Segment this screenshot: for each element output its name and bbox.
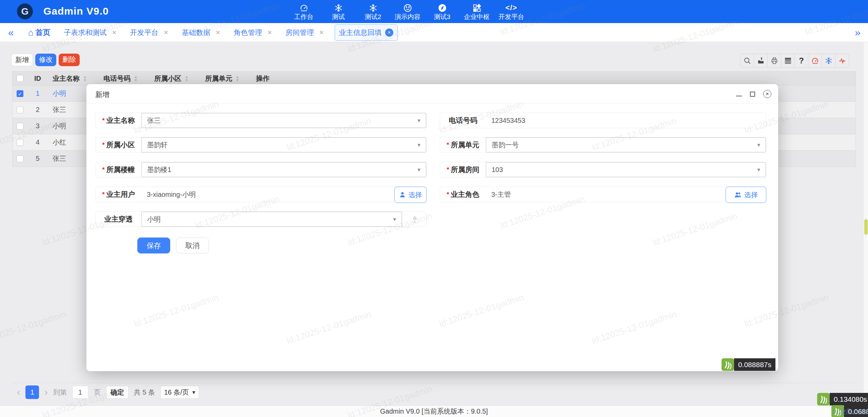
row-checkbox[interactable] (17, 139, 23, 146)
owner-role-input[interactable]: 3-主管 (486, 187, 766, 202)
choose-label: 选择 (744, 190, 758, 200)
tab-room-mgmt[interactable]: 房间管理 (285, 28, 324, 37)
col-header-action: 操作 (251, 74, 292, 83)
row-checkbox[interactable] (17, 90, 23, 97)
goto-confirm-button[interactable]: 确定 (106, 386, 129, 399)
cancel-button[interactable]: 取消 (176, 238, 209, 253)
snowflake-blue-icon[interactable] (822, 54, 835, 68)
page-size-select[interactable]: 16 条/页 ▾ (160, 386, 199, 399)
vertical-scrollbar[interactable] (863, 42, 868, 417)
col-header-community[interactable]: 所属小区 (150, 74, 200, 83)
nav-item-test2[interactable]: 测试2 (356, 0, 390, 23)
nav-label: 工作台 (287, 13, 321, 21)
help-icon[interactable]: ? (794, 54, 808, 68)
room-select[interactable]: 103▾ (486, 162, 766, 177)
input-value: 3-xiaoming-小明 (147, 190, 421, 199)
tab-role-mgmt[interactable]: 角色管理 (234, 28, 272, 37)
col-header-unit[interactable]: 所属单元 (200, 74, 251, 83)
field-label: 所属房间 (451, 165, 479, 174)
required-mark: * (447, 191, 449, 198)
nav-item-test3[interactable]: 测试3 (425, 0, 459, 23)
smiley-icon (390, 2, 425, 13)
print-icon[interactable] (767, 54, 781, 68)
grid-icon (459, 2, 494, 13)
sort-icon[interactable] (236, 75, 239, 82)
sort-icon[interactable] (134, 75, 138, 82)
owner-pierce-select[interactable]: 小明▾ (141, 212, 402, 227)
delete-button[interactable]: 删除 (59, 54, 80, 66)
app-logo[interactable]: G (17, 3, 33, 19)
footer: Gadmin V9.0 [当前系统版本：9.0.5] (0, 405, 868, 417)
select-value: 墨韵一号 (492, 140, 757, 150)
sort-icon[interactable] (185, 75, 189, 82)
tab-close-icon[interactable] (216, 28, 220, 37)
current-page-button[interactable]: 1 (25, 385, 39, 399)
prev-page-icon[interactable] (17, 387, 20, 397)
add-button[interactable]: 新增 (11, 54, 33, 66)
maximize-icon[interactable] (750, 92, 755, 97)
community-select[interactable]: 墨韵轩▾ (141, 137, 426, 152)
scrollbar-thumb[interactable] (864, 219, 868, 235)
owner-user-input[interactable]: 3-xiaoming-小明 (141, 187, 426, 202)
nav-item-demo[interactable]: 演示内容 (390, 0, 425, 23)
tab-dev-platform[interactable]: 开发平台 (130, 28, 168, 37)
top-nav: 工作台 测试 测试2 (287, 0, 529, 23)
select-all-checkbox[interactable] (17, 75, 23, 82)
tab-subtable-sum-test[interactable]: 子表求和测试 (64, 28, 116, 37)
tab-close-icon[interactable] (164, 28, 168, 37)
tab-home[interactable]: ⌂ 首页 (28, 27, 51, 38)
field-label: 所属楼幢 (106, 165, 135, 174)
sort-icon[interactable] (83, 75, 87, 82)
owner-name-select[interactable]: 张三▾ (141, 113, 426, 128)
caret-down-icon: ▾ (393, 216, 396, 223)
row-checkbox[interactable] (17, 155, 23, 162)
perf-time: 0.068646s (844, 405, 868, 417)
pulse-icon[interactable] (835, 54, 849, 68)
row-checkbox[interactable] (17, 123, 23, 130)
tabs-scroll-left-icon[interactable]: « (8, 27, 14, 38)
minimize-icon[interactable] (736, 96, 742, 96)
search-icon[interactable] (740, 54, 754, 68)
modal-perf-badge: 0.088887s (722, 358, 775, 371)
home-icon: ⌂ (28, 29, 34, 36)
nav-item-workbench[interactable]: 工作台 (287, 0, 321, 23)
nav-item-test[interactable]: 测试 (321, 0, 356, 23)
tab-close-icon[interactable] (319, 28, 324, 37)
columns-icon[interactable] (781, 54, 795, 68)
caret-down-icon: ▾ (757, 166, 760, 173)
perf-flame-icon (722, 358, 734, 371)
tab-base-data[interactable]: 基础数据 (182, 28, 220, 37)
nav-item-enterprise[interactable]: 企业中枢 (459, 0, 494, 23)
building-select[interactable]: 墨韵楼1▾ (141, 162, 426, 177)
choose-user-button[interactable]: 选择 (394, 187, 427, 203)
cell-id: 5 (27, 155, 48, 163)
field-owner-user: *业主用户 3-xiaoming-小明 选择 (95, 187, 427, 202)
dialog-header[interactable]: 新增 (86, 84, 778, 103)
unit-select[interactable]: 墨韵一号▾ (486, 137, 766, 152)
export-icon[interactable] (754, 54, 768, 68)
performance-gauge-icon[interactable] (808, 54, 822, 68)
phone-input[interactable]: 123453453 (486, 113, 766, 128)
close-icon[interactable] (763, 90, 771, 98)
tabs-scroll-right-icon[interactable]: » (855, 27, 861, 38)
tab-owner-info-active[interactable]: 业主信息回填 (335, 24, 398, 41)
col-header-name[interactable]: 业主名称 (48, 74, 99, 83)
save-button[interactable]: 保存 (137, 238, 170, 253)
cell-id: 3 (27, 122, 48, 130)
nav-item-devplatform[interactable]: </> 开发平台 (494, 0, 529, 23)
tab-close-icon[interactable] (385, 29, 393, 37)
goto-page-input[interactable]: 1 (72, 386, 88, 399)
choose-role-button[interactable]: 选择 (726, 187, 766, 203)
tab-close-icon[interactable] (112, 28, 116, 37)
row-checkbox[interactable] (17, 107, 23, 113)
col-header-phone[interactable]: 电话号码 (99, 74, 150, 83)
user-icon (399, 191, 406, 198)
tab-close-icon[interactable] (268, 28, 272, 37)
perf-flame-icon (831, 405, 844, 417)
next-page-icon[interactable] (44, 387, 47, 397)
required-mark: * (102, 117, 104, 124)
field-community: *所属小区 墨韵轩▾ (95, 137, 427, 153)
col-header-id[interactable]: ID (27, 75, 48, 82)
pierce-tool-button[interactable] (402, 212, 426, 227)
edit-button[interactable]: 修改 (35, 54, 56, 66)
